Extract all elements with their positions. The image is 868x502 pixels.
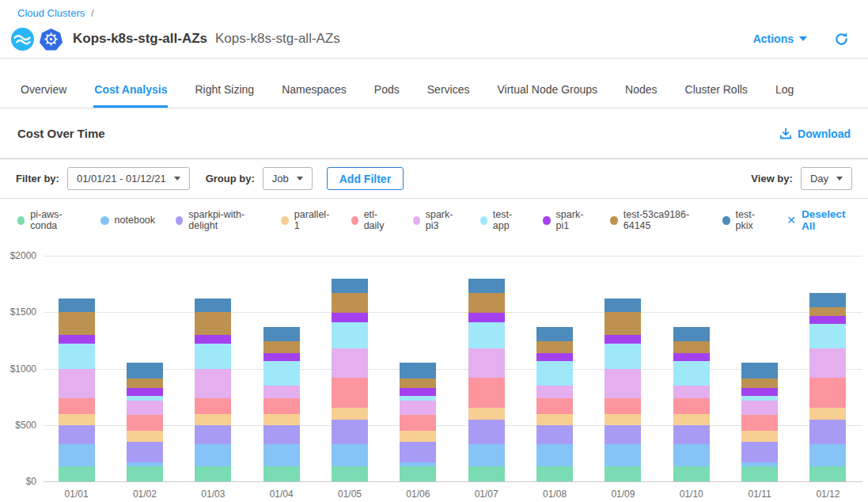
stacked-bar-01/07[interactable]: [468, 279, 505, 481]
stacked-bar-01/01[interactable]: [59, 299, 95, 481]
bar-segment-etl-daily[interactable]: [195, 398, 231, 414]
tab-namespaces[interactable]: Namespaces: [281, 75, 347, 108]
bar-segment-test-53ca9186-64145[interactable]: [673, 341, 710, 353]
bar-segment-test-app[interactable]: [673, 361, 710, 386]
legend-item-notebook[interactable]: notebook: [100, 215, 155, 226]
bar-segment-test-app[interactable]: [605, 344, 641, 368]
actions-button[interactable]: Actions: [753, 32, 807, 45]
bar-segment-spark-pi3[interactable]: [809, 348, 846, 378]
stacked-bar-01/02[interactable]: [127, 363, 163, 481]
bar-segment-test-pkix[interactable]: [263, 327, 300, 341]
bar-segment-test-53ca9186-64145[interactable]: [400, 378, 436, 388]
legend-item-test-pkix[interactable]: test-pkix: [722, 209, 766, 231]
bar-segment-parallel-1[interactable]: [605, 414, 641, 425]
bar-segment-spark-pi1[interactable]: [809, 316, 846, 323]
bar-segment-etl-daily[interactable]: [127, 415, 163, 431]
legend-item-spark-pi1[interactable]: spark-pi1: [543, 209, 589, 231]
bar-segment-test-53ca9186-64145[interactable]: [263, 341, 300, 353]
bar-segment-spark-pi3[interactable]: [468, 348, 505, 378]
view-by-select[interactable]: Day: [801, 167, 852, 190]
bar-segment-spark-pi3[interactable]: [263, 386, 300, 398]
stacked-bar-01/08[interactable]: [536, 327, 573, 481]
bar-segment-parallel-1[interactable]: [127, 431, 163, 442]
tab-pods[interactable]: Pods: [373, 75, 400, 108]
bar-segment-spark-pi1[interactable]: [400, 388, 436, 396]
bar-segment-pi-aws-conda[interactable]: [673, 466, 710, 481]
bar-segment-pi-aws-conda[interactable]: [741, 466, 778, 481]
bar-segment-notebook[interactable]: [536, 444, 573, 467]
bar-segment-notebook[interactable]: [59, 444, 95, 467]
bar-segment-test-53ca9186-64145[interactable]: [468, 293, 505, 313]
bar-segment-spark-pi1[interactable]: [127, 388, 163, 396]
bar-segment-parallel-1[interactable]: [400, 431, 436, 442]
bar-segment-parallel-1[interactable]: [673, 414, 710, 425]
bar-segment-parallel-1[interactable]: [263, 414, 300, 425]
legend-item-test-53ca9186-64145[interactable]: test-53ca9186-64145: [610, 209, 702, 231]
bar-segment-test-pkix[interactable]: [468, 279, 505, 294]
refresh-icon[interactable]: [834, 32, 849, 47]
legend-item-test-app[interactable]: test-app: [480, 209, 523, 231]
bar-segment-spark-pi3[interactable]: [59, 369, 95, 398]
bar-segment-spark-pi1[interactable]: [332, 313, 368, 322]
legend-item-pi-aws-conda[interactable]: pi-aws-conda: [17, 209, 80, 231]
bar-segment-test-53ca9186-64145[interactable]: [741, 378, 778, 388]
bar-segment-spark-pi3[interactable]: [536, 386, 573, 398]
bar-segment-parallel-1[interactable]: [195, 414, 231, 425]
bar-segment-test-app[interactable]: [59, 344, 95, 368]
bar-segment-test-app[interactable]: [195, 344, 231, 368]
bar-segment-sparkpi-with-delight[interactable]: [332, 420, 368, 444]
stacked-bar-01/10[interactable]: [673, 327, 710, 481]
bar-segment-spark-pi3[interactable]: [673, 386, 710, 398]
bar-segment-test-53ca9186-64145[interactable]: [127, 378, 163, 388]
bar-segment-test-app[interactable]: [809, 324, 846, 348]
bar-segment-sparkpi-with-delight[interactable]: [127, 442, 163, 462]
group-by-select[interactable]: Job: [263, 167, 313, 190]
bar-segment-sparkpi-with-delight[interactable]: [400, 442, 436, 462]
bar-segment-notebook[interactable]: [605, 444, 641, 467]
bar-segment-spark-pi3[interactable]: [741, 401, 778, 415]
legend-item-sparkpi-with-delight[interactable]: sparkpi-with-delight: [176, 209, 260, 231]
bar-segment-sparkpi-with-delight[interactable]: [536, 425, 573, 444]
bar-segment-pi-aws-conda[interactable]: [605, 466, 641, 481]
bar-segment-test-pkix[interactable]: [332, 279, 368, 294]
bar-segment-sparkpi-with-delight[interactable]: [468, 420, 505, 444]
bar-segment-test-app[interactable]: [263, 361, 300, 386]
bar-segment-etl-daily[interactable]: [468, 378, 505, 408]
bar-segment-spark-pi3[interactable]: [332, 348, 368, 378]
bar-segment-spark-pi3[interactable]: [195, 369, 231, 398]
bar-segment-spark-pi3[interactable]: [400, 401, 436, 415]
bar-segment-test-app[interactable]: [536, 361, 573, 386]
tab-cost-analysis[interactable]: Cost Analysis: [93, 75, 168, 108]
bar-segment-pi-aws-conda[interactable]: [195, 466, 231, 481]
bar-segment-etl-daily[interactable]: [605, 398, 641, 414]
bar-segment-sparkpi-with-delight[interactable]: [263, 425, 300, 444]
bar-segment-test-app[interactable]: [468, 322, 505, 348]
legend-item-parallel-1[interactable]: parallel-1: [281, 209, 330, 231]
stacked-bar-01/11[interactable]: [741, 363, 778, 481]
bar-segment-notebook[interactable]: [809, 444, 846, 467]
bar-segment-test-pkix[interactable]: [127, 363, 163, 378]
bar-segment-parallel-1[interactable]: [741, 431, 778, 442]
bar-segment-spark-pi3[interactable]: [127, 401, 163, 415]
tab-right-sizing[interactable]: Right Sizing: [194, 75, 255, 108]
bar-segment-etl-daily[interactable]: [59, 398, 95, 414]
bar-segment-test-53ca9186-64145[interactable]: [332, 293, 368, 313]
bar-segment-sparkpi-with-delight[interactable]: [809, 420, 846, 444]
bar-segment-test-53ca9186-64145[interactable]: [195, 312, 231, 335]
bar-segment-test-pkix[interactable]: [195, 299, 231, 312]
bar-segment-test-53ca9186-64145[interactable]: [59, 312, 95, 335]
tab-overview[interactable]: Overview: [20, 75, 67, 108]
stacked-bar-01/12[interactable]: [809, 293, 846, 481]
bar-segment-etl-daily[interactable]: [400, 415, 436, 431]
bar-segment-test-pkix[interactable]: [673, 327, 710, 341]
bar-segment-test-pkix[interactable]: [59, 299, 95, 312]
bar-segment-test-pkix[interactable]: [741, 363, 778, 378]
bar-segment-spark-pi3[interactable]: [605, 369, 641, 398]
add-filter-button[interactable]: Add Filter: [327, 167, 404, 190]
bar-segment-spark-pi1[interactable]: [605, 335, 641, 344]
bar-segment-notebook[interactable]: [673, 444, 710, 467]
stacked-bar-01/06[interactable]: [400, 363, 436, 481]
tab-cluster-rolls[interactable]: Cluster Rolls: [684, 75, 749, 108]
bar-segment-sparkpi-with-delight[interactable]: [59, 425, 95, 444]
bar-segment-etl-daily[interactable]: [332, 378, 368, 408]
